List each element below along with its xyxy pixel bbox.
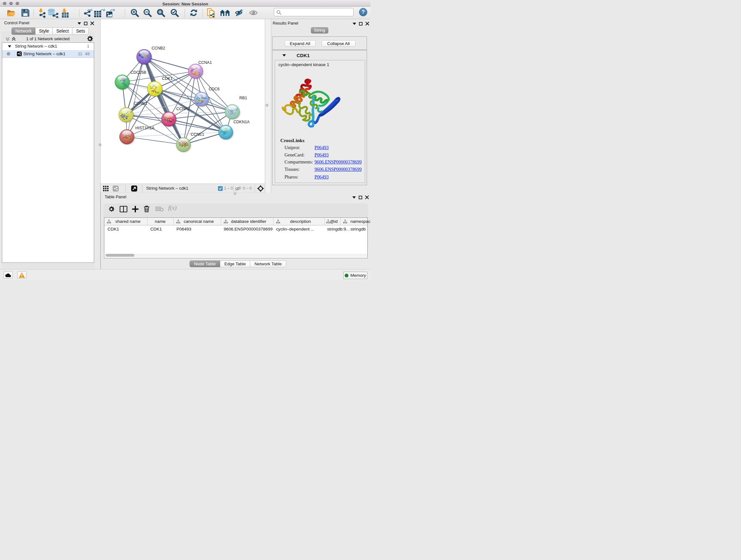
svg-text:CCNE1: CCNE1 xyxy=(191,132,204,137)
svg-text:CDKN1A: CDKN1A xyxy=(233,120,250,124)
svg-text:CCNB1: CCNB1 xyxy=(134,101,147,106)
svg-text:CCNB2: CCNB2 xyxy=(151,46,165,51)
svg-text:CCNA2: CCNA2 xyxy=(177,107,190,111)
svg-text:HIST1H1A: HIST1H1A xyxy=(135,126,154,130)
svg-text:CDC25B: CDC25B xyxy=(131,70,146,75)
svg-text:RB1: RB1 xyxy=(239,96,247,100)
svg-text:CCNA1: CCNA1 xyxy=(199,60,212,65)
svg-text:CDK1: CDK1 xyxy=(162,76,173,81)
svg-text:CDC6: CDC6 xyxy=(209,87,219,91)
